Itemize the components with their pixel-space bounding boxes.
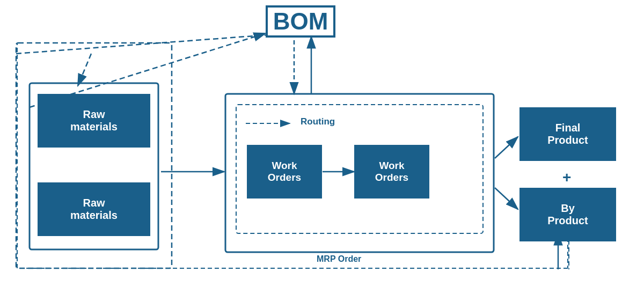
work-orders-1-label: Work Orders	[268, 160, 301, 183]
work-orders-box-2: Work Orders	[354, 145, 429, 199]
raw-materials-2-label: Raw materials	[70, 197, 118, 222]
bom-label: BOM	[273, 8, 328, 35]
diagram-container: BOM Raw materials Raw materials Routing …	[0, 0, 644, 294]
arrow-mrp-to-by	[495, 188, 518, 209]
raw-materials-box-1: Raw materials	[38, 94, 150, 148]
raw-materials-1-label: Raw materials	[70, 108, 118, 133]
plus-label: +	[562, 169, 571, 186]
arrow-mrp-to-final	[495, 137, 518, 158]
final-product-label: Final Product	[547, 122, 588, 146]
by-product-box: By Product	[519, 188, 616, 241]
work-orders-2-label: Work Orders	[375, 160, 408, 183]
routing-label: Routing	[301, 116, 335, 127]
mrp-order-label: MRP Order	[317, 254, 361, 264]
by-product-label: By Product	[547, 202, 588, 227]
raw-materials-box-2: Raw materials	[38, 182, 150, 236]
work-orders-box-1: Work Orders	[247, 145, 322, 199]
final-product-box: Final Product	[519, 107, 616, 161]
bom-box: BOM	[266, 5, 335, 38]
dashed-arrow-to-raw	[78, 54, 91, 86]
